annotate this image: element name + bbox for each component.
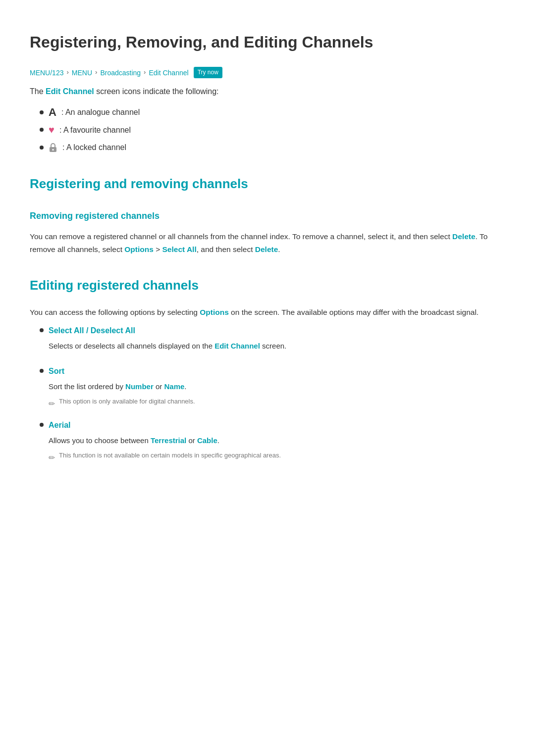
aerial-desc: Allows you to choose between Terrestrial… [49, 435, 505, 447]
bullet-aerial [40, 423, 44, 427]
removing-channels-body: You can remove a registered channel or a… [30, 230, 505, 255]
bullet-analogue [40, 110, 44, 114]
icon-list: A : An analogue channel ♥ : A favourite … [30, 106, 505, 154]
breadcrumb-sep3: › [144, 67, 146, 78]
editing-intro: You can access the following options by … [30, 306, 505, 319]
editing-options-list: Select All / Deselect All Selects or des… [30, 324, 505, 464]
aerial-note-box: ✏ This function is not available on cert… [49, 451, 505, 464]
breadcrumb-edit-channel[interactable]: Edit Channel [149, 67, 188, 78]
icon-list-item-favourite: ♥ : A favourite channel [40, 124, 505, 137]
delete-link-1[interactable]: Delete [452, 232, 476, 241]
intro-after: screen icons indicate the following: [94, 87, 219, 96]
aerial-title[interactable]: Aerial [49, 419, 505, 432]
analogue-label: : An analogue channel [61, 106, 140, 119]
page-title: Registering, Removing, and Editing Chann… [30, 30, 505, 55]
aerial-note-text: This function is not available on certai… [59, 451, 281, 460]
sort-desc-mid: or [154, 382, 164, 391]
select-all-content: Select All / Deselect All Selects or des… [49, 324, 505, 356]
bullet-favourite [40, 128, 44, 132]
options-link-editing[interactable]: Options [200, 308, 229, 316]
sort-desc-after: . [184, 382, 186, 391]
breadcrumb-broadcasting[interactable]: Broadcasting [100, 67, 141, 78]
select-all-desc: Selects or deselects all channels displa… [49, 340, 505, 352]
bullet-sort [40, 369, 44, 373]
pencil-icon-aerial: ✏ [49, 452, 55, 464]
cable-link[interactable]: Cable [197, 436, 217, 445]
terrestrial-link[interactable]: Terrestrial [151, 436, 186, 445]
sort-note-text: This option is only available for digita… [59, 397, 195, 406]
locked-label: : A locked channel [62, 141, 126, 154]
section1-title: Registering and removing channels [30, 174, 505, 195]
select-all-desc-before: Selects or deselects all channels displa… [49, 342, 214, 350]
options-link-1[interactable]: Options [124, 245, 154, 253]
section2-title: Editing registered channels [30, 275, 505, 296]
list-item-sort: Sort Sort the list ordered by Number or … [40, 365, 505, 410]
aerial-desc-after: . [217, 436, 219, 445]
breadcrumb: MENU/123 › MENU › Broadcasting › Edit Ch… [30, 67, 505, 78]
breadcrumb-sep2: › [95, 67, 97, 78]
aerial-content: Aerial Allows you to choose between Terr… [49, 419, 505, 464]
bullet-select-all [40, 328, 44, 332]
breadcrumb-menu[interactable]: MENU [72, 67, 92, 78]
try-now-badge[interactable]: Try now [194, 67, 222, 78]
icon-list-item-analogue: A : An analogue channel [40, 106, 505, 119]
delete-link-2[interactable]: Delete [255, 245, 278, 253]
list-item-aerial: Aerial Allows you to choose between Terr… [40, 419, 505, 464]
removing-body-period: . [278, 245, 280, 253]
edit-channel-link-select-all[interactable]: Edit Channel [214, 342, 260, 350]
sort-desc: Sort the list ordered by Number or Name. [49, 381, 505, 393]
icon-list-item-locked: : A locked channel [40, 141, 505, 154]
lock-icon [49, 143, 57, 152]
intro-paragraph: The Edit Channel screen icons indicate t… [30, 85, 505, 98]
number-link[interactable]: Number [125, 382, 154, 391]
aerial-desc-before: Allows you to choose between [49, 436, 151, 445]
removing-body-arrow: > [154, 245, 162, 253]
removing-body-before: You can remove a registered channel or a… [30, 232, 452, 241]
list-item-select-all: Select All / Deselect All Selects or des… [40, 324, 505, 356]
sort-desc-before: Sort the list ordered by [49, 382, 125, 391]
sort-title[interactable]: Sort [49, 365, 505, 378]
favourite-label: : A favourite channel [59, 124, 131, 137]
editing-intro-after: on the screen. The available options may… [229, 308, 479, 316]
breadcrumb-menu123[interactable]: MENU/123 [30, 67, 63, 78]
removing-body-end: , and then select [197, 245, 255, 253]
edit-channel-link-intro[interactable]: Edit Channel [46, 87, 94, 96]
bullet-locked [40, 146, 44, 150]
svg-rect-1 [53, 149, 54, 151]
pencil-icon-sort: ✏ [49, 398, 55, 410]
sort-note-box: ✏ This option is only available for digi… [49, 397, 505, 410]
intro-before: The [30, 87, 46, 96]
sort-content: Sort Sort the list ordered by Number or … [49, 365, 505, 410]
breadcrumb-sep1: › [66, 67, 68, 78]
editing-intro-before: You can access the following options by … [30, 308, 200, 316]
aerial-desc-mid: or [186, 436, 197, 445]
select-all-title[interactable]: Select All / Deselect All [49, 324, 505, 337]
select-all-desc-after: screen. [260, 342, 286, 350]
heart-icon: ♥ [49, 125, 54, 135]
subsection1-title: Removing registered channels [30, 209, 505, 223]
name-link[interactable]: Name [164, 382, 184, 391]
select-all-link[interactable]: Select All [162, 245, 197, 253]
analogue-icon: A [49, 107, 56, 118]
